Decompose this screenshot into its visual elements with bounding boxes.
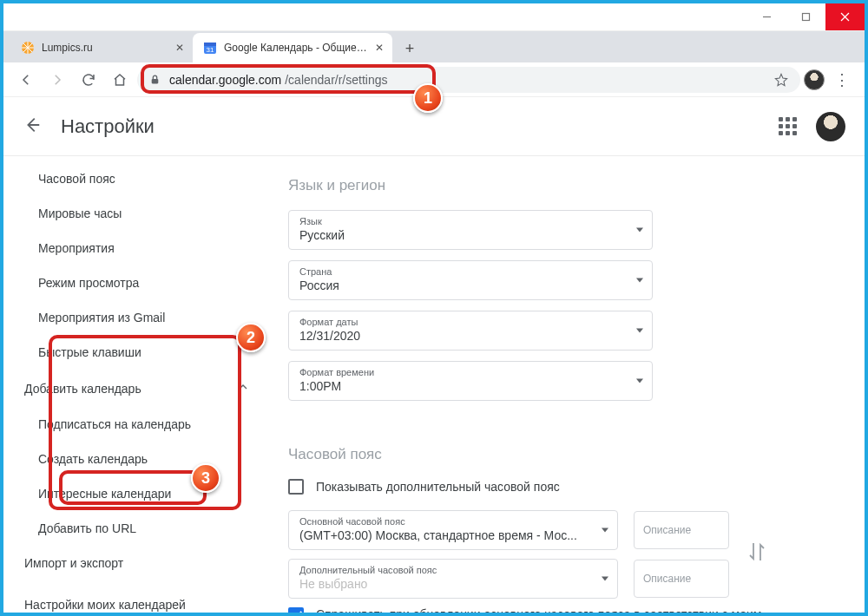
checkbox-checked-icon <box>288 607 304 613</box>
chevron-up-icon <box>236 380 250 396</box>
annotation-number-3: 3 <box>191 463 220 493</box>
settings-main: Язык и регион Язык Русский Страна Россия… <box>264 156 865 613</box>
section-title-timezone: Часовой пояс <box>288 446 840 463</box>
tab-title: Lumpics.ru <box>42 42 168 54</box>
svg-rect-8 <box>152 79 159 83</box>
language-select[interactable]: Язык Русский <box>288 210 653 250</box>
sidebar-my-calendars-header: Настройки моих календарей <box>3 580 264 613</box>
window-minimize-button[interactable] <box>747 3 786 30</box>
show-secondary-tz-checkbox-row[interactable]: Показывать дополнительный часовой пояс <box>288 479 840 495</box>
annotation-number-2: 2 <box>236 323 266 352</box>
sidebar-item-subscribe-calendar[interactable]: Подписаться на календарь <box>3 407 264 442</box>
dropdown-caret-icon <box>602 528 608 533</box>
page-title: Настройки <box>61 115 155 138</box>
browser-menu-button[interactable]: ⋮ <box>828 70 856 89</box>
sidebar-item-browse-calendars[interactable]: Интересные календари <box>3 476 264 511</box>
checkbox-unchecked-icon <box>288 479 304 495</box>
sidebar-item-events[interactable]: Мероприятия <box>3 231 264 265</box>
svg-text:31: 31 <box>207 46 214 54</box>
dropdown-caret-icon <box>636 329 643 333</box>
sidebar-item-gmail-events[interactable]: Мероприятия из Gmail <box>3 300 264 335</box>
window-close-button[interactable] <box>825 3 865 30</box>
secondary-timezone-select[interactable]: Дополнительный часовой пояс Не выбрано <box>288 559 618 599</box>
url-host: calendar.google.com <box>169 73 281 87</box>
primary-timezone-select[interactable]: Основной часовой пояс (GMT+03:00) Москва… <box>288 510 618 550</box>
tab-close-icon[interactable]: ✕ <box>175 42 184 54</box>
url-path: /calendar/r/settings <box>285 73 387 87</box>
sidebar-item-world-clock[interactable]: Мировые часы <box>3 196 264 231</box>
new-tab-button[interactable]: + <box>398 36 422 61</box>
window-titlebar <box>3 3 865 31</box>
calendar-favicon-icon: 31 <box>203 41 217 55</box>
nav-reload-button[interactable] <box>75 66 102 94</box>
country-select[interactable]: Страна Россия <box>288 260 653 300</box>
browser-tabstrip: Lumpics.ru ✕ 31 Google Календарь - Общие… <box>3 31 865 62</box>
dropdown-caret-icon <box>602 577 608 581</box>
secondary-tz-description-input[interactable]: Описание <box>634 560 729 598</box>
sidebar-add-calendar-label: Добавить календарь <box>24 382 141 396</box>
tab-google-calendar[interactable]: 31 Google Календарь - Общие нас ✕ <box>193 33 392 62</box>
dropdown-caret-icon <box>636 379 643 383</box>
sidebar-import-export[interactable]: Импорт и экспорт <box>3 546 264 580</box>
tab-title: Google Календарь - Общие нас <box>224 42 368 54</box>
lock-icon <box>149 74 161 85</box>
ask-tz-update-checkbox-row[interactable]: Спрашивать при обновлении основного часо… <box>288 607 774 613</box>
profile-avatar-button[interactable] <box>804 69 825 90</box>
address-bar[interactable]: calendar.google.com/calendar/r/settings <box>137 67 800 93</box>
date-format-select[interactable]: Формат даты 12/31/2020 <box>288 311 653 351</box>
settings-sidebar: Часовой пояс Мировые часы Мероприятия Ре… <box>3 156 264 613</box>
section-title-lang-region: Язык и регион <box>288 177 840 194</box>
sidebar-item-add-by-url[interactable]: Добавить по URL <box>3 511 264 546</box>
nav-back-button[interactable] <box>12 66 40 94</box>
sidebar-add-calendar-toggle[interactable]: Добавить календарь <box>3 370 264 407</box>
primary-tz-description-input[interactable]: Описание <box>634 511 729 549</box>
svg-rect-1 <box>803 14 810 21</box>
time-format-select[interactable]: Формат времени 1:00PM <box>288 361 653 401</box>
annotation-number-1: 1 <box>413 83 443 113</box>
dropdown-caret-icon <box>636 228 643 233</box>
lumpics-favicon-icon <box>21 41 35 55</box>
sidebar-item-create-calendar[interactable]: Создать календарь <box>3 442 264 476</box>
dropdown-caret-icon <box>636 279 643 283</box>
back-button[interactable] <box>23 115 42 138</box>
google-apps-button[interactable] <box>779 117 797 135</box>
swap-timezones-button[interactable] <box>748 540 766 567</box>
tab-close-icon[interactable]: ✕ <box>375 42 384 54</box>
sidebar-item-timezone[interactable]: Часовой пояс <box>3 161 264 196</box>
account-avatar-button[interactable] <box>816 112 845 141</box>
window-maximize-button[interactable] <box>786 3 825 30</box>
nav-home-button[interactable] <box>106 66 134 94</box>
bookmark-star-icon[interactable] <box>774 73 788 87</box>
tab-lumpics[interactable]: Lumpics.ru ✕ <box>10 33 193 62</box>
sidebar-item-view-options[interactable]: Режим просмотра <box>3 265 264 300</box>
sidebar-item-shortcuts[interactable]: Быстрые клавиши <box>3 335 264 370</box>
nav-forward-button[interactable] <box>43 66 71 94</box>
